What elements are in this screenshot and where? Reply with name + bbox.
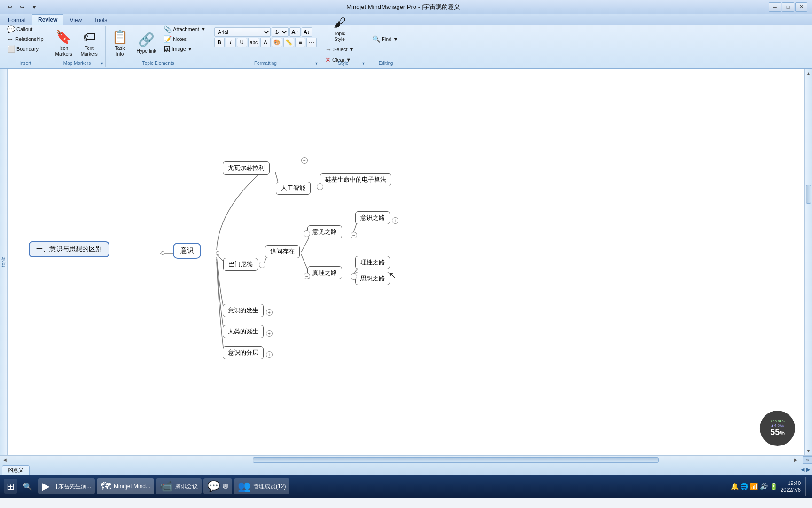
scroll-thumb[interactable] [806,185,811,204]
yishifen-node[interactable]: 意识的分层 [223,346,264,359]
font-name-select[interactable]: Arial [214,27,271,37]
center-node[interactable]: 意识 [173,243,201,259]
minimize-button[interactable]: ─ [769,2,781,12]
more-format-button[interactable]: ⋯ [306,38,317,47]
yishifen-text: 意识的分层 [228,349,258,356]
scroll-left-button[interactable]: ◀ [0,457,9,462]
close-button[interactable]: ✕ [795,2,807,12]
style-expand[interactable]: ▼ [361,61,366,66]
tab-tools[interactable]: Tools [88,14,113,25]
expand-btn-yishizhi-r[interactable]: + [392,217,398,224]
expand-btn-yuwale[interactable]: − [301,157,308,164]
image-button[interactable]: 🖼 Image ▼ [161,44,208,54]
formatting-label: Formatting [211,61,320,66]
yishizhi-node[interactable]: 意识之路 [355,211,390,224]
renlei-node[interactable]: 人类的诞生 [223,325,264,338]
main-node-text: 一、意识与思想的区别 [36,245,102,253]
fill-color-button[interactable]: 🎨 [272,38,282,47]
font-row: Arial 14 A↑ A↓ [214,27,317,37]
icon-markers-button[interactable]: 🔖 IconMarkers [52,26,76,60]
scroll-up-button[interactable]: ▲ [805,69,812,78]
expand-btn-zhenlizhi-l[interactable]: − [304,273,310,279]
task-info-label: TaskInfo [115,46,125,57]
expand-btn-yishifen-r[interactable]: + [266,351,273,358]
doc-tab[interactable]: 的意义 [2,465,30,475]
redo-button[interactable]: ↪ [17,2,27,12]
increase-font-button[interactable]: A↑ [289,27,301,37]
search-button[interactable]: 🔍 [19,480,36,493]
main-node[interactable]: 一、意识与思想的区别 [29,241,109,257]
taskbar-liao[interactable]: 💬 聊 [203,478,232,494]
mind-map-canvas[interactable]: 一、意识与思想的区别 意识 尤瓦尔赫拉利 人工智能 硅基生命中的电子算法 巴门尼… [8,69,804,455]
tab-scroll-left[interactable]: ◀ [801,467,804,473]
undo-button[interactable]: ↩ [5,2,15,12]
h-scroll-thumb[interactable] [253,457,659,463]
line-color-button[interactable]: 📏 [283,38,294,47]
left-panel-label: topic [1,257,6,267]
right-scrollbar[interactable]: ▲ ▼ [804,69,812,455]
select-button[interactable]: → Select ▼ [323,45,356,54]
text-markers-button[interactable]: 🏷 TextMarkers [78,26,101,60]
topic-style-button[interactable]: 🖌 TopicStyle [323,14,356,44]
tab-view[interactable]: View [63,14,88,25]
yijian-node[interactable]: 意见之路 [307,225,342,238]
underline-button[interactable]: U [237,38,247,47]
taskbar-dongyue[interactable]: ▶ 【东岳先生演... [38,478,95,494]
zhenlizhi-node[interactable]: 真理之路 [307,266,342,279]
sixiangzhi-node[interactable]: 思想之路 [355,272,390,285]
attachment-button[interactable]: 📎 Attachment ▼ [161,24,208,34]
expand-btn-bamen-l[interactable]: − [259,262,265,268]
insert-group-label: Insert [2,61,49,66]
tab-scroll-right[interactable]: ▶ [806,467,810,473]
expand-btn-rengong[interactable]: − [317,183,323,190]
sys-tray: 🔔 🌐 📶 🔊 🔋 19:40 2022/7/6 [731,477,808,496]
quick-access-dropdown[interactable]: ▼ [29,2,39,12]
relationship-button[interactable]: ↔ Relationship [5,34,46,44]
maximize-button[interactable]: □ [782,2,794,12]
editing-group: 🔍 Find ▼ Editing [367,26,405,67]
yuwale-node[interactable]: 尤瓦尔赫拉利 [223,161,270,175]
taskbar-mindjet[interactable]: 🗺 Mindjet Mind... [97,478,154,494]
boundary-button[interactable]: ⬜ Boundary [5,44,46,54]
align-button[interactable]: ≡ [295,38,305,47]
yishifasheng-node[interactable]: 意识的发生 [223,304,264,317]
map-markers-expand[interactable]: ▼ [100,61,104,66]
lixingzhi-node[interactable]: 理性之路 [355,256,390,269]
zuiwencun-node[interactable]: 追问存在 [265,245,300,258]
callout-button[interactable]: 💬 Callout [5,24,46,34]
notes-button[interactable]: 📝 Notes [161,34,208,44]
guigu-node[interactable]: 硅基生命中的电子算法 [320,173,391,186]
expand-btn-yishifasheng-r[interactable]: + [266,309,273,316]
hyperlink-button[interactable]: 🔗 Hyperlink [133,26,160,60]
rengong-node[interactable]: 人工智能 [276,182,311,195]
style-row: B I U abc A 🎨 📏 ≡ ⋯ [214,38,317,47]
scroll-down-button[interactable]: ▼ [805,446,812,455]
strikethrough-button[interactable]: abc [248,38,259,47]
font-size-select[interactable]: 14 [272,27,289,37]
tab-review[interactable]: Review [32,14,63,25]
center-node-text: 意识 [180,246,194,254]
italic-button[interactable]: I [226,38,236,47]
expand-btn-renlei-r[interactable]: + [266,330,273,337]
expand-btn-yijian-l[interactable]: − [304,230,310,237]
task-info-icon: 📋 [112,29,128,45]
start-button[interactable]: ⊞ [4,479,17,494]
find-button[interactable]: 🔍 Find ▼ [370,34,400,44]
expand-btn-sixiang-l[interactable]: − [351,273,357,280]
decrease-font-button[interactable]: A↓ [302,27,312,37]
formatting-expand[interactable]: ▼ [314,61,319,66]
bamen-node[interactable]: 巴门尼德 [223,258,258,271]
clock-date: 2022/7/6 [781,486,801,493]
tab-format[interactable]: Format [2,14,32,25]
expand-btn-yishizhi-l[interactable]: − [351,232,357,238]
scroll-right-button[interactable]: ▶ [791,457,801,462]
show-desktop-button[interactable] [805,477,808,496]
taskbar-guanli[interactable]: 👥 管理成员(12) [234,478,289,494]
task-info-button[interactable]: 📋 TaskInfo [109,26,132,60]
taskbar-tencent[interactable]: 📹 腾讯会议 [156,478,202,494]
horizontal-scrollbar[interactable]: ◀ ▶ ⊕ [0,455,812,464]
dongyue-label: 【东岳先生演... [53,483,91,491]
text-color-button[interactable]: A [260,38,271,47]
notes-icon: 📝 [164,35,172,43]
bold-button[interactable]: B [214,38,225,47]
